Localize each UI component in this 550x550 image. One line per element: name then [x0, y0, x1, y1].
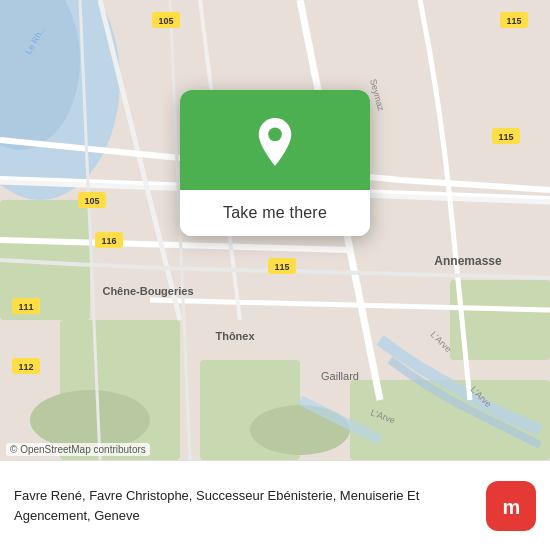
- bottom-info-bar: Favre René, Favre Christophe, Successeur…: [0, 460, 550, 550]
- svg-text:111: 111: [18, 302, 33, 312]
- moovit-logo: m: [486, 481, 536, 531]
- svg-point-8: [30, 390, 150, 450]
- location-name-label: Favre René, Favre Christophe, Successeur…: [14, 488, 419, 522]
- svg-text:Thônex: Thônex: [215, 330, 255, 342]
- svg-text:112: 112: [18, 362, 33, 372]
- location-popup: Take me there: [180, 90, 370, 236]
- svg-text:m: m: [503, 496, 520, 518]
- svg-text:105: 105: [158, 16, 173, 26]
- svg-text:Gaillard: Gaillard: [321, 370, 359, 382]
- svg-text:116: 116: [101, 236, 116, 246]
- svg-text:105: 105: [84, 196, 99, 206]
- map-attribution: © OpenStreetMap contributors: [6, 443, 150, 456]
- svg-text:115: 115: [498, 132, 513, 142]
- location-pin-icon: [251, 118, 299, 166]
- svg-text:Annemasse: Annemasse: [434, 254, 502, 268]
- popup-marker-background: [180, 90, 370, 190]
- svg-point-39: [268, 127, 282, 141]
- take-me-there-button[interactable]: Take me there: [180, 190, 370, 236]
- svg-text:Chêne-Bougeries: Chêne-Bougeries: [102, 285, 193, 297]
- svg-text:115: 115: [274, 262, 289, 272]
- location-info-section: Favre René, Favre Christophe, Successeur…: [14, 486, 474, 524]
- svg-text:115: 115: [506, 16, 521, 26]
- moovit-icon: m: [486, 481, 536, 531]
- map-view[interactable]: 105 105 116 115 115 115 111 112 Chêne-Bo…: [0, 0, 550, 460]
